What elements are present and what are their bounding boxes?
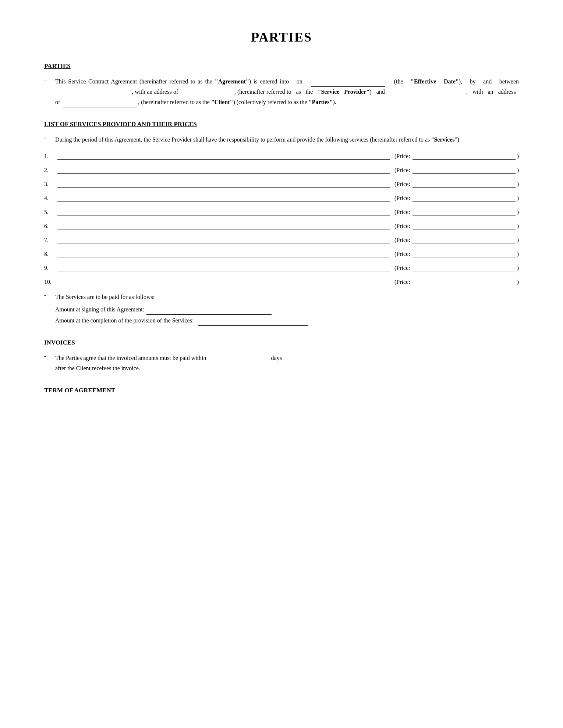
payment-completion-line: Amount at the completion of the provisio…: [55, 315, 519, 326]
service-paren-9: ): [517, 265, 519, 271]
service-row-1: 1. (Price: ): [44, 151, 519, 160]
service-num-3: 3.: [44, 181, 57, 188]
payment-signing-label: Amount at signing of this Agreement:: [55, 304, 144, 315]
invoices-section: INVOICES - The Parties agree that the in…: [44, 339, 519, 374]
service-price-label-8: (Price:: [394, 251, 410, 257]
services-intro-item: - During the period of this Agreement, t…: [44, 135, 519, 145]
effective-date-bold: "Effective Date": [411, 78, 459, 85]
service-num-9: 9.: [44, 265, 57, 271]
service-row-5: 5. (Price: ): [44, 207, 519, 215]
parties-section: PARTIES - This Service Contract Agreemen…: [44, 63, 519, 107]
invoices-heading: INVOICES: [44, 339, 519, 346]
services-list: 1. (Price: ) 2. (Price: ) 3. (Price: ) 4…: [44, 151, 519, 285]
payment-signing-line: Amount at signing of this Agreement:: [55, 304, 519, 315]
service-num-5: 5.: [44, 209, 57, 215]
service-price-blank-9[interactable]: [412, 263, 516, 271]
service-name-blank-9[interactable]: [57, 263, 390, 271]
service-row-10: 10. (Price: ): [44, 277, 519, 285]
service-num-4: 4.: [44, 195, 57, 201]
service-price-label-2: (Price:: [394, 167, 410, 174]
party1-address-blank[interactable]: [181, 90, 233, 97]
service-provider-bold: "Service Provider": [318, 89, 370, 95]
parties-bold: "Parties": [309, 99, 333, 105]
service-paren-6: ): [517, 223, 519, 229]
service-price-label-4: (Price:: [394, 195, 410, 201]
service-price-blank-3[interactable]: [412, 179, 516, 188]
service-paren-8: ): [517, 251, 519, 257]
service-price-blank-6[interactable]: [412, 221, 516, 229]
invoice-days-blank[interactable]: [209, 357, 268, 363]
service-num-6: 6.: [44, 223, 57, 229]
service-paren-10: ): [517, 279, 519, 285]
service-price-label-6: (Price:: [394, 223, 410, 229]
service-name-blank-7[interactable]: [57, 235, 390, 243]
services-bold: Services: [434, 136, 454, 143]
service-price-blank-4[interactable]: [412, 193, 516, 201]
service-price-blank-2[interactable]: [412, 165, 516, 174]
payment-text: The Services are to be paid for as follo…: [55, 292, 519, 326]
party2-name-blank[interactable]: [391, 90, 465, 97]
service-paren-1: ): [517, 153, 519, 160]
service-price-blank-10[interactable]: [412, 277, 516, 285]
service-name-blank-4[interactable]: [57, 193, 390, 201]
service-paren-4: ): [517, 195, 519, 201]
service-price-blank-1[interactable]: [412, 151, 516, 160]
service-price-label-7: (Price:: [394, 237, 410, 243]
service-paren-3: ): [517, 181, 519, 188]
services-intro-text: During the period of this Agreement, the…: [55, 135, 519, 145]
service-name-blank-1[interactable]: [57, 151, 390, 160]
payment-completion-label: Amount at the completion of the provisio…: [55, 315, 194, 326]
service-num-1: 1.: [44, 153, 57, 160]
service-row-3: 3. (Price: ): [44, 179, 519, 188]
service-name-blank-2[interactable]: [57, 165, 390, 174]
service-row-4: 4. (Price: ): [44, 193, 519, 201]
service-num-2: 2.: [44, 167, 57, 174]
service-price-blank-5[interactable]: [412, 207, 516, 215]
bullet-dash-2: -: [44, 135, 55, 145]
services-section: LIST OF SERVICES PROVIDED AND THEIR PRIC…: [44, 121, 519, 326]
service-paren-5: ): [517, 209, 519, 215]
effective-date-blank[interactable]: [311, 80, 385, 87]
service-name-blank-5[interactable]: [57, 207, 390, 215]
service-price-label-3: (Price:: [394, 181, 410, 188]
services-heading: LIST OF SERVICES PROVIDED AND THEIR PRIC…: [44, 121, 519, 128]
service-price-label-1: (Price:: [394, 153, 410, 160]
service-price-blank-8[interactable]: [412, 249, 516, 257]
invoices-text: The Parties agree that the invoiced amou…: [55, 353, 519, 374]
party2-address-blank[interactable]: [63, 101, 137, 107]
client-bold: "Client": [211, 99, 233, 105]
service-row-8: 8. (Price: ): [44, 249, 519, 257]
service-price-label-5: (Price:: [394, 209, 410, 215]
service-name-blank-8[interactable]: [57, 249, 390, 257]
bullet-dash-3: -: [44, 292, 55, 326]
parties-text: This Service Contract Agreement (hereina…: [55, 76, 519, 107]
service-num-10: 10.: [44, 279, 57, 285]
agreement-bold: "Agreement": [215, 78, 249, 85]
service-price-label-10: (Price:: [394, 279, 410, 285]
service-name-blank-10[interactable]: [57, 277, 390, 285]
service-price-label-9: (Price:: [394, 265, 410, 271]
service-paren-2: ): [517, 167, 519, 174]
party1-name-blank[interactable]: [57, 90, 130, 97]
service-name-blank-6[interactable]: [57, 221, 390, 229]
parties-heading: PARTIES: [44, 63, 519, 70]
service-row-9: 9. (Price: ): [44, 263, 519, 271]
service-row-6: 6. (Price: ): [44, 221, 519, 229]
payment-signing-blank[interactable]: [146, 307, 272, 315]
document-title: PARTIES: [44, 29, 519, 45]
payment-completion-blank[interactable]: [198, 318, 308, 326]
service-num-8: 8.: [44, 251, 57, 257]
service-row-7: 7. (Price: ): [44, 235, 519, 243]
bullet-dash-4: -: [44, 353, 55, 374]
service-paren-7: ): [517, 237, 519, 243]
service-price-blank-7[interactable]: [412, 235, 516, 243]
bullet-dash-1: -: [44, 76, 55, 107]
service-row-2: 2. (Price: ): [44, 165, 519, 174]
term-section: TERM OF AGREEMENT: [44, 387, 519, 394]
invoices-bullet-item: - The Parties agree that the invoiced am…: [44, 353, 519, 374]
term-heading: TERM OF AGREEMENT: [44, 387, 519, 394]
payment-bullet-item: - The Services are to be paid for as fol…: [44, 292, 519, 326]
parties-paragraph: - This Service Contract Agreement (herei…: [44, 76, 519, 107]
service-num-7: 7.: [44, 237, 57, 243]
service-name-blank-3[interactable]: [57, 179, 390, 188]
